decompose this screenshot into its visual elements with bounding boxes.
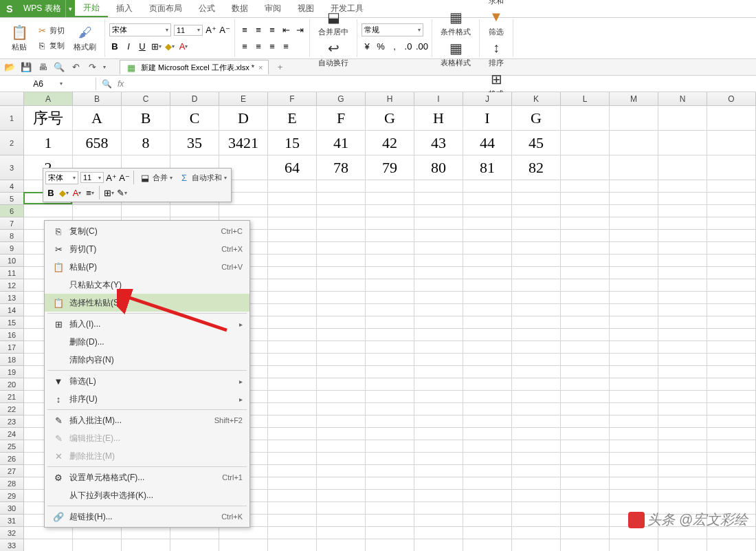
cell[interactable]: E	[268, 106, 317, 131]
align-center-icon[interactable]: ≡	[253, 41, 264, 52]
cell[interactable]: 658	[73, 131, 122, 155]
cell[interactable]	[317, 242, 366, 255]
cell[interactable]	[463, 527, 512, 539]
cell[interactable]	[268, 403, 317, 415]
cell[interactable]	[414, 205, 463, 217]
fill-color-icon[interactable]: ◆▾	[164, 41, 175, 52]
menu-tab-0[interactable]: 开始	[75, 0, 108, 17]
cell[interactable]	[414, 304, 463, 316]
font-combo[interactable]: 宋体▾	[109, 23, 171, 36]
mini-autosum-button[interactable]: Σ自动求和▾	[177, 171, 229, 184]
cell[interactable]	[658, 391, 707, 403]
cell[interactable]	[561, 440, 610, 453]
cell[interactable]	[268, 304, 317, 316]
cell[interactable]	[707, 341, 756, 354]
cell[interactable]	[610, 477, 658, 490]
cell[interactable]	[463, 217, 512, 230]
number-format-combo[interactable]: 常规▾	[362, 23, 423, 36]
cell[interactable]: F	[317, 106, 366, 131]
cell[interactable]	[463, 440, 512, 453]
cell[interactable]	[658, 193, 707, 205]
cell[interactable]	[561, 279, 610, 292]
cell[interactable]	[707, 391, 756, 403]
row-header[interactable]: 13	[0, 292, 24, 304]
cell[interactable]	[512, 378, 561, 391]
cell[interactable]	[561, 205, 610, 217]
cell[interactable]	[561, 230, 610, 242]
cell[interactable]	[122, 205, 170, 217]
cell[interactable]	[561, 316, 610, 329]
cell[interactable]	[317, 255, 366, 267]
cell[interactable]	[317, 341, 366, 354]
cell[interactable]	[658, 230, 707, 242]
col-header[interactable]: F	[268, 92, 317, 105]
increase-font-icon[interactable]: A⁺	[205, 25, 216, 36]
cell[interactable]: 80	[414, 155, 463, 180]
align-right-icon[interactable]: ≡	[267, 41, 278, 52]
cell[interactable]	[268, 391, 317, 403]
open-icon[interactable]: 📂	[4, 62, 15, 73]
cell[interactable]	[707, 403, 756, 415]
cell[interactable]	[414, 391, 463, 403]
cell[interactable]	[658, 106, 707, 131]
underline-icon[interactable]: U	[137, 41, 148, 52]
cell[interactable]	[317, 329, 366, 341]
ctx-item[interactable]: ✎插入批注(M)...Shift+F2	[45, 411, 249, 429]
cell[interactable]	[122, 539, 170, 551]
row-header[interactable]: 29	[0, 490, 24, 502]
row-header[interactable]: 20	[0, 378, 24, 391]
cell[interactable]	[610, 316, 658, 329]
mini-border-icon[interactable]: ⊞▾	[103, 187, 114, 198]
cell[interactable]	[366, 490, 414, 502]
cell[interactable]	[512, 539, 561, 551]
cell[interactable]	[317, 366, 366, 378]
cell[interactable]	[610, 279, 658, 292]
cell[interactable]: H	[414, 106, 463, 131]
cell[interactable]	[317, 205, 366, 217]
cell[interactable]	[707, 465, 756, 477]
cell[interactable]	[366, 465, 414, 477]
cell[interactable]	[512, 502, 561, 515]
mini-fill-icon[interactable]: ◆▾	[58, 187, 69, 198]
cell[interactable]	[658, 539, 707, 551]
cell[interactable]	[414, 341, 463, 354]
cell[interactable]: 8	[122, 131, 170, 155]
cell[interactable]	[561, 292, 610, 304]
ctx-item[interactable]: ↕排序(U)▸	[45, 390, 249, 408]
row-header[interactable]: 15	[0, 316, 24, 329]
cell[interactable]	[463, 477, 512, 490]
cell[interactable]	[512, 329, 561, 341]
menu-tab-3[interactable]: 公式	[190, 0, 223, 17]
cell[interactable]	[268, 267, 317, 279]
cell[interactable]	[268, 230, 317, 242]
cell[interactable]	[219, 527, 268, 539]
cell[interactable]	[610, 180, 658, 193]
cell[interactable]	[317, 193, 366, 205]
cell[interactable]	[561, 304, 610, 316]
ctx-item[interactable]: 📋选择性粘贴(S)...	[45, 294, 249, 312]
cell[interactable]	[512, 391, 561, 403]
row-header[interactable]: 32	[0, 527, 24, 539]
cell[interactable]	[561, 378, 610, 391]
cell[interactable]	[317, 403, 366, 415]
col-header[interactable]: I	[414, 92, 463, 105]
cell[interactable]	[366, 255, 414, 267]
cell[interactable]	[707, 477, 756, 490]
cell[interactable]	[707, 366, 756, 378]
col-header[interactable]: H	[366, 92, 414, 105]
cell[interactable]	[512, 415, 561, 428]
cell[interactable]	[561, 403, 610, 415]
cell[interactable]	[561, 180, 610, 193]
cell[interactable]	[610, 403, 658, 415]
col-header[interactable]: O	[707, 92, 756, 105]
row-header[interactable]: 2	[0, 131, 24, 155]
col-header[interactable]: M	[610, 92, 658, 105]
ctx-item[interactable]: ⊞插入(I)...▸	[45, 315, 249, 333]
cell[interactable]	[512, 440, 561, 453]
cell[interactable]	[24, 205, 73, 217]
cell[interactable]	[610, 428, 658, 440]
paste-button[interactable]: 📋粘贴	[7, 23, 32, 54]
document-tab[interactable]: ▦ 新建 Microsoft Excel 工作表.xlsx * ×	[120, 60, 269, 74]
cell[interactable]	[610, 539, 658, 551]
mini-format-icon[interactable]: ✎▾	[116, 187, 127, 198]
